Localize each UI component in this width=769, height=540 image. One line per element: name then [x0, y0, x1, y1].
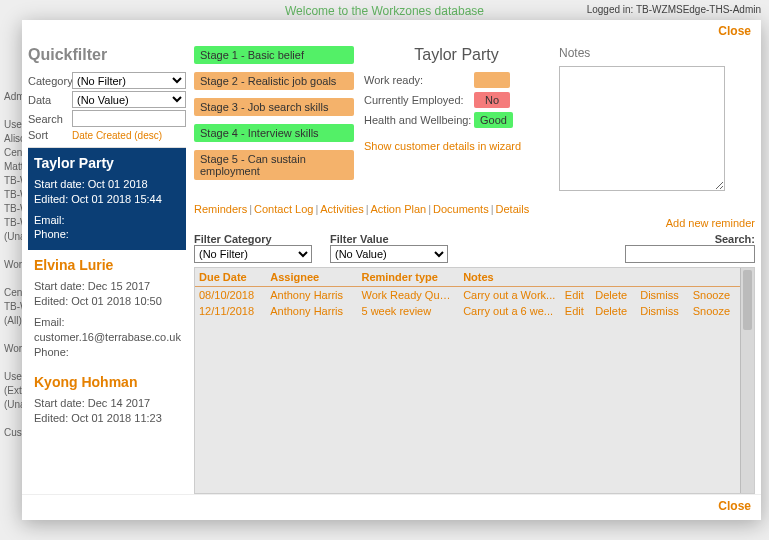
tab-action-plan[interactable]: Action Plan — [371, 203, 427, 215]
filter-value-label: Filter Value — [330, 233, 448, 245]
reminders-grid: Due DateAssigneeReminder typeNotes 08/10… — [195, 268, 740, 319]
person-name: Taylor Party — [34, 154, 180, 173]
person-card[interactable]: Kyong Hohman Start date: Dec 14 2017 Edi… — [28, 367, 186, 440]
grid-header[interactable]: Due Date — [195, 268, 266, 287]
stage-pill[interactable]: Stage 2 - Realistic job goals — [194, 72, 354, 90]
row-action-dismiss[interactable]: Dismiss — [636, 303, 689, 319]
qf-category-select[interactable]: (No Filter) — [72, 72, 186, 89]
add-reminder-link[interactable]: Add new reminder — [194, 217, 755, 229]
grid-cell: 08/10/2018 — [195, 287, 266, 304]
tab-contact-log[interactable]: Contact Log — [254, 203, 313, 215]
grid-cell: 12/11/2018 — [195, 303, 266, 319]
table-row: 08/10/2018Anthony HarrisWork Ready Quest… — [195, 287, 740, 304]
grid-search-label: Search: — [625, 233, 755, 245]
table-row: 12/11/2018Anthony Harris5 week reviewCar… — [195, 303, 740, 319]
tab-reminders[interactable]: Reminders — [194, 203, 247, 215]
stages: Stage 1 - Basic beliefStage 2 - Realisti… — [194, 46, 354, 193]
people-list: Taylor Party Start date: Oct 01 2018 Edi… — [28, 147, 186, 494]
stage-pill[interactable]: Stage 1 - Basic belief — [194, 46, 354, 64]
filter-category-select[interactable]: (No Filter) — [194, 245, 312, 263]
qf-data-select[interactable]: (No Value) — [72, 91, 186, 108]
tab-documents[interactable]: Documents — [433, 203, 489, 215]
qf-data-label: Data — [28, 94, 72, 106]
stage-pill[interactable]: Stage 3 - Job search skills — [194, 98, 354, 116]
grid-header[interactable]: Assignee — [266, 268, 357, 287]
grid-search-input[interactable] — [625, 245, 755, 263]
row-action-delete[interactable]: Delete — [591, 303, 636, 319]
grid-header[interactable] — [591, 268, 636, 287]
filter-value-select[interactable]: (No Value) — [330, 245, 448, 263]
qf-sort-value[interactable]: Date Created (desc) — [72, 130, 186, 141]
work-ready-label: Work ready: — [364, 74, 474, 86]
qf-sort-label: Sort — [28, 129, 72, 141]
grid-cell: Anthony Harris — [266, 287, 357, 304]
grid-scrollbar[interactable] — [740, 268, 754, 493]
person-card[interactable]: Elvina Lurie Start date: Dec 15 2017 Edi… — [28, 250, 186, 367]
row-action-delete[interactable]: Delete — [591, 287, 636, 304]
person-name: Elvina Lurie — [34, 256, 180, 275]
detail-tabs: Reminders|Contact Log|Activities|Action … — [194, 203, 755, 215]
customer-title: Taylor Party — [364, 46, 549, 64]
modal: Close Quickfilter Category (No Filter) D… — [22, 20, 761, 520]
health-label: Health and Wellbeing: — [364, 114, 474, 126]
grid-header[interactable]: Notes — [459, 268, 561, 287]
grid-cell: Carry out a Work... — [459, 287, 561, 304]
stage-pill[interactable]: Stage 4 - Interview skills — [194, 124, 354, 142]
qf-search-label: Search — [28, 113, 72, 125]
stage-pill[interactable]: Stage 5 - Can sustain employment — [194, 150, 354, 180]
grid-header[interactable] — [636, 268, 689, 287]
person-name: Kyong Hohman — [34, 373, 180, 392]
grid-header[interactable] — [689, 268, 740, 287]
employed-label: Currently Employed: — [364, 94, 474, 106]
notes-label: Notes — [559, 46, 755, 60]
row-action-snooze[interactable]: Snooze — [689, 287, 740, 304]
filter-category-label: Filter Category — [194, 233, 312, 245]
tab-activities[interactable]: Activities — [320, 203, 363, 215]
tab-details[interactable]: Details — [496, 203, 530, 215]
bg-welcome: Welcome to the Workzones database — [285, 4, 484, 18]
quickfilter-title: Quickfilter — [28, 46, 186, 64]
wizard-link[interactable]: Show customer details in wizard — [364, 140, 521, 152]
grid-cell: 5 week review — [357, 303, 459, 319]
employed-pill: No — [474, 92, 510, 108]
health-pill: Good — [474, 112, 513, 128]
work-ready-pill — [474, 72, 510, 88]
row-action-edit[interactable]: Edit — [561, 287, 591, 304]
row-action-snooze[interactable]: Snooze — [689, 303, 740, 319]
row-action-dismiss[interactable]: Dismiss — [636, 287, 689, 304]
qf-search-input[interactable] — [72, 110, 186, 127]
qf-category-label: Category — [28, 75, 72, 87]
close-button-bottom[interactable]: Close — [718, 499, 751, 513]
grid-header[interactable] — [561, 268, 591, 287]
row-action-edit[interactable]: Edit — [561, 303, 591, 319]
notes-textarea[interactable] — [559, 66, 725, 191]
grid-cell: Work Ready Questio... — [357, 287, 459, 304]
grid-cell: Carry out a 6 we... — [459, 303, 561, 319]
grid-header[interactable]: Reminder type — [357, 268, 459, 287]
person-card[interactable]: Taylor Party Start date: Oct 01 2018 Edi… — [28, 148, 186, 250]
bg-logged-in: Logged in: TB-WZMSEdge-THS-Admin — [587, 4, 761, 15]
grid-cell: Anthony Harris — [266, 303, 357, 319]
close-button-top[interactable]: Close — [718, 24, 751, 38]
